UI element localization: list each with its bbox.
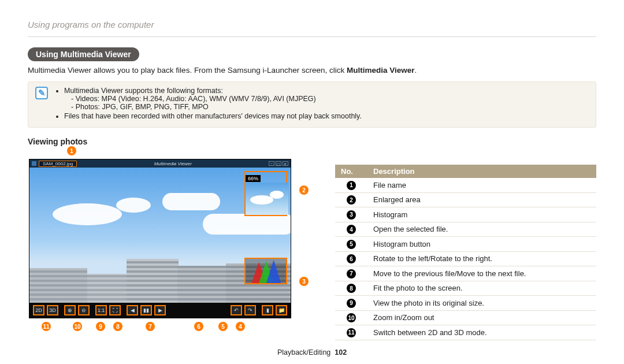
table-row: 5Histogram button [335,237,596,252]
rotate-left-button[interactable]: ↶ [231,305,242,315]
enlarged-area-panel: 66% [244,171,287,216]
enlarged-thumb [246,183,288,215]
row-desc: Enlarged area [367,192,596,207]
row-badge: 11 [347,328,356,337]
th-desc: Description [367,165,596,178]
close-icon[interactable]: ✕ [283,161,288,166]
callout-8: 8 [113,322,122,331]
mode-2d-button[interactable]: 2D [33,305,44,315]
building-shape [127,259,179,303]
note-line-2: Files that have been recorded with other… [64,112,362,120]
row-badge: 9 [347,299,356,308]
row-badge: 6 [347,254,356,263]
row-badge: 4 [347,225,356,234]
open-file-button[interactable]: 📁 [276,305,287,315]
fit-screen-button[interactable]: ⛶ [109,305,121,315]
th-no: No. [335,165,367,178]
row-desc: Histogram [367,207,596,222]
callout-11: 11 [42,322,51,331]
lead-text-bold: Multimedia Viewer [347,66,415,75]
row-badge: 10 [347,313,356,322]
lead-text-pre: Multimedia Viewer allows you to play bac… [28,66,347,75]
minimize-icon[interactable]: – [269,161,274,166]
histogram-icon [246,259,286,283]
row-badge: 2 [347,195,356,205]
footer-section: Playback/Editing [277,348,330,356]
window-buttons: – ▢ ✕ [269,161,288,166]
building-shape [87,274,128,303]
table-row: 3Histogram [335,207,596,222]
photo-canvas: 66% [29,168,291,303]
prev-file-button[interactable]: ◀ [127,305,138,315]
cloud-shape [53,203,122,225]
section-title-pill: Using Multimedia Viewer [28,47,139,61]
viewer-toolbar: 2D 3D ⊕ ⊖ 1:1 ⛶ ◀ ▮▮ ▶ ↶ ↷ ▮ [29,303,291,318]
table-row: 6Rotate to the left/Rotate to the right. [335,251,596,266]
histogram-panel [244,258,287,284]
histogram-button[interactable]: ▮ [262,305,273,315]
callout-4: 4 [236,322,245,331]
row-desc: Rotate to the left/Rotate to the right. [367,251,596,266]
subheading-viewing-photos: Viewing photos [28,137,596,146]
zoom-out-button[interactable]: ⊖ [78,305,90,315]
row-badge: 1 [347,181,356,190]
description-table: No. Description 1File name 2Enlarged are… [335,165,596,340]
row-badge: 7 [347,269,356,278]
divider [28,36,596,37]
note-sub-1: Videos: MP4 (Video: H.264, Audio: AAC), … [71,95,362,103]
note-sub-2: Photos: JPG, GIF, BMP, PNG, TIFF, MPO [71,103,362,111]
table-row: 2Enlarged area [335,192,596,207]
app-title: Multimedia Viewer [154,161,192,166]
row-desc: Histogram button [367,237,596,252]
row-desc: Switch between 2D and 3D mode. [367,325,596,340]
separator [123,305,124,315]
original-size-button[interactable]: 1:1 [95,305,107,315]
screenshot-column: 1 SAM_0002.jpg Multimedia Viewer – ▢ ✕ [28,148,322,318]
zoom-in-button[interactable]: ⊕ [64,305,76,315]
row-desc: Fit the photo to the screen. [367,281,596,296]
callout-5: 5 [218,322,228,331]
breadcrumb: Using programs on the computer [28,20,596,29]
separator [258,305,259,315]
multimedia-viewer-mock: SAM_0002.jpg Multimedia Viewer – ▢ ✕ [29,159,291,318]
table-row: 4Open the selected file. [335,222,596,237]
lead-text-post: . [415,66,417,75]
cloud-shape [116,198,151,213]
table-row: 7Move to the previous file/Move to the n… [335,266,596,281]
callout-2: 2 [299,185,309,195]
footer-page: 102 [335,348,347,356]
row-desc: File name [367,178,596,192]
row-desc: View the photo in its original size. [367,296,596,311]
building-shape [177,266,227,303]
next-file-button[interactable]: ▶ [154,305,166,315]
callout-10: 10 [73,322,82,331]
callout-7: 7 [146,322,155,331]
titlebar: SAM_0002.jpg Multimedia Viewer – ▢ ✕ [29,159,291,168]
note-box: ✎ Multimedia Viewer supports the followi… [28,81,596,128]
table-row: 1File name [335,178,596,192]
note-content: Multimedia Viewer supports the following… [55,87,362,121]
app-icon [32,161,36,166]
table-row: 8Fit the photo to the screen. [335,281,596,296]
separator [61,305,62,315]
row-desc: Open the selected file. [367,222,596,237]
note-line-1: Multimedia Viewer supports the following… [64,87,223,95]
callout-3: 3 [299,277,309,286]
file-name-label: SAM_0002.jpg [39,161,77,167]
callout-6: 6 [194,322,203,331]
slideshow-pause-button[interactable]: ▮▮ [140,305,152,315]
separator [92,305,93,315]
mode-3d-button[interactable]: 3D [47,305,58,315]
maximize-icon[interactable]: ▢ [276,161,281,166]
callout-1: 1 [67,146,76,155]
row-desc: Move to the previous file/Move to the ne… [367,266,596,281]
lead-paragraph: Multimedia Viewer allows you to play bac… [28,66,596,75]
table-row: 9View the photo in its original size. [335,296,596,311]
callout-9: 9 [96,322,105,331]
zoom-percent-label: 66% [246,175,261,182]
rotate-right-button[interactable]: ↷ [244,305,256,315]
cloud-shape [162,193,220,210]
row-badge: 8 [347,284,356,293]
description-column: No. Description 1File name 2Enlarged are… [335,148,596,340]
row-badge: 3 [347,210,356,220]
